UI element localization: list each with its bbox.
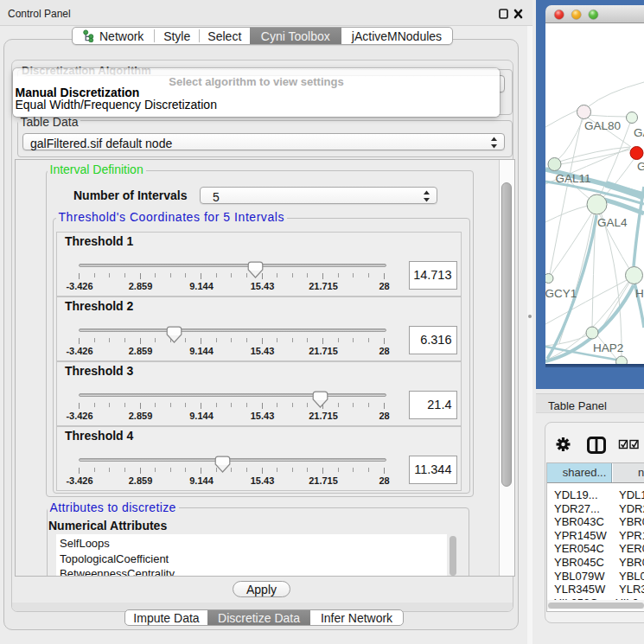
svg-text:HAP2: HAP2 xyxy=(593,341,623,354)
svg-text:G: G xyxy=(637,160,644,173)
svg-text:GAL4: GAL4 xyxy=(597,216,628,229)
svg-text:GAL80: GAL80 xyxy=(584,119,621,132)
svg-text:GA: GA xyxy=(634,126,644,139)
svg-text:GCY1: GCY1 xyxy=(545,287,577,300)
svg-text:H: H xyxy=(635,287,644,300)
svg-text:GAL11: GAL11 xyxy=(556,172,591,185)
